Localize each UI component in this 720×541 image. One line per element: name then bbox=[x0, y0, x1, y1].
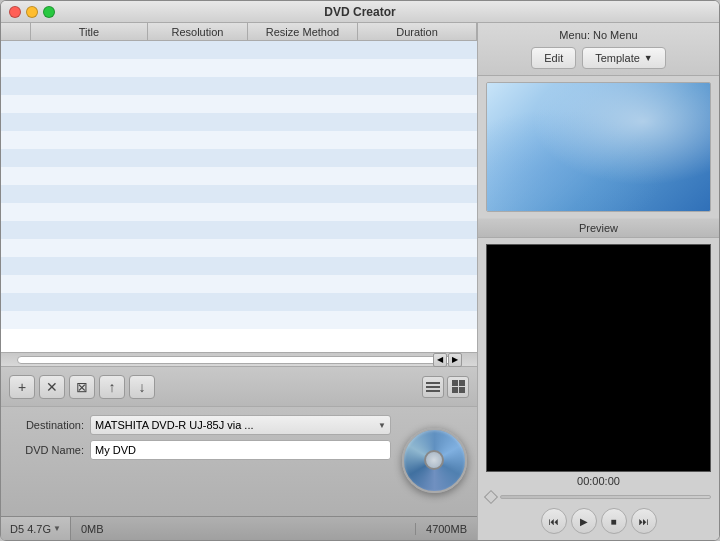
disc-spinner bbox=[399, 425, 469, 495]
rewind-icon: ⏮ bbox=[549, 516, 559, 527]
grid-view-button[interactable] bbox=[447, 376, 469, 398]
menu-section: Menu: No Menu Edit Template ▼ bbox=[478, 23, 719, 76]
view-controls bbox=[422, 376, 469, 398]
col-resize-method: Resize Method bbox=[248, 23, 358, 40]
col-duration: Duration bbox=[358, 23, 477, 40]
preview-time: 00:00:00 bbox=[478, 472, 719, 490]
destination-row: Destination: MATSHITA DVD-R UJ-85J via .… bbox=[9, 415, 391, 435]
total-space: 4700MB bbox=[415, 523, 477, 535]
template-label: Template bbox=[595, 52, 640, 64]
minimize-button[interactable] bbox=[26, 6, 38, 18]
remove-button[interactable]: ✕ bbox=[39, 375, 65, 399]
destination-arrow-icon: ▼ bbox=[378, 421, 386, 430]
table-row[interactable] bbox=[1, 113, 477, 131]
table-row[interactable] bbox=[1, 221, 477, 239]
right-panel: Menu: No Menu Edit Template ▼ Preview 00… bbox=[478, 23, 719, 540]
dvdname-input[interactable] bbox=[90, 440, 391, 460]
preview-video bbox=[486, 244, 711, 472]
bottom-fields: Destination: MATSHITA DVD-R UJ-85J via .… bbox=[9, 415, 391, 460]
list-view-button[interactable] bbox=[422, 376, 444, 398]
trash-button[interactable]: ⊠ bbox=[69, 375, 95, 399]
table-row[interactable] bbox=[1, 293, 477, 311]
col-resolution: Resolution bbox=[148, 23, 248, 40]
col-check bbox=[1, 23, 31, 40]
stop-button[interactable]: ■ bbox=[601, 508, 627, 534]
move-down-button[interactable]: ↓ bbox=[129, 375, 155, 399]
grid-view-icon bbox=[452, 380, 465, 393]
stop-icon: ■ bbox=[610, 516, 616, 527]
preview-title: Preview bbox=[478, 218, 719, 238]
table-row[interactable] bbox=[1, 59, 477, 77]
remove-icon: ✕ bbox=[46, 379, 58, 395]
left-panel: Title Resolution Resize Method Duration bbox=[1, 23, 478, 540]
playhead-icon[interactable] bbox=[484, 490, 498, 504]
table-header: Title Resolution Resize Method Duration bbox=[1, 23, 477, 41]
preview-slider bbox=[478, 490, 719, 504]
table-row[interactable] bbox=[1, 167, 477, 185]
template-arrow-icon: ▼ bbox=[644, 53, 653, 63]
disc-type-selector[interactable]: D5 4.7G ▼ bbox=[1, 517, 71, 540]
titlebar: DVD Creator bbox=[1, 1, 719, 23]
table-row[interactable] bbox=[1, 185, 477, 203]
destination-value: MATSHITA DVD-R UJ-85J via ... bbox=[95, 419, 254, 431]
table-row[interactable] bbox=[1, 95, 477, 113]
horizontal-scrollbar: ◀ ▶ bbox=[1, 352, 477, 366]
table-row[interactable] bbox=[1, 77, 477, 95]
menu-title: Menu: No Menu bbox=[486, 29, 711, 41]
scroll-left-button[interactable]: ◀ bbox=[433, 353, 447, 367]
dvdname-row: DVD Name: bbox=[9, 440, 391, 460]
table-row[interactable] bbox=[1, 275, 477, 293]
forward-button[interactable]: ⏭ bbox=[631, 508, 657, 534]
disc-icon bbox=[402, 428, 467, 493]
table-row[interactable] bbox=[1, 257, 477, 275]
close-button[interactable] bbox=[9, 6, 21, 18]
app-window: DVD Creator Title Resolution Resize Meth… bbox=[0, 0, 720, 541]
add-button[interactable]: + bbox=[9, 375, 35, 399]
disc-type-arrow-icon: ▼ bbox=[53, 524, 61, 533]
timeline-track[interactable] bbox=[500, 495, 711, 499]
preview-controls: ⏮ ▶ ■ ⏭ bbox=[478, 504, 719, 540]
table-row[interactable] bbox=[1, 203, 477, 221]
scroll-right-button[interactable]: ▶ bbox=[448, 353, 462, 367]
window-controls bbox=[9, 6, 55, 18]
play-icon: ▶ bbox=[580, 516, 588, 527]
rewind-button[interactable]: ⏮ bbox=[541, 508, 567, 534]
dvdname-label: DVD Name: bbox=[9, 444, 84, 456]
disc-type-value: D5 4.7G bbox=[10, 523, 51, 535]
toolbar: + ✕ ⊠ ↑ ↓ bbox=[1, 366, 477, 406]
menu-thumbnail-preview bbox=[487, 83, 710, 211]
edit-button[interactable]: Edit bbox=[531, 47, 576, 69]
col-title: Title bbox=[31, 23, 148, 40]
destination-label: Destination: bbox=[9, 419, 84, 431]
list-view-icon bbox=[426, 382, 440, 392]
table-row[interactable] bbox=[1, 239, 477, 257]
window-title: DVD Creator bbox=[324, 5, 395, 19]
scrollbar-track[interactable] bbox=[17, 356, 461, 364]
forward-icon: ⏭ bbox=[639, 516, 649, 527]
main-content: Title Resolution Resize Method Duration bbox=[1, 23, 719, 540]
table-row[interactable] bbox=[1, 131, 477, 149]
destination-select[interactable]: MATSHITA DVD-R UJ-85J via ... ▼ bbox=[90, 415, 391, 435]
template-button[interactable]: Template ▼ bbox=[582, 47, 666, 69]
maximize-button[interactable] bbox=[43, 6, 55, 18]
used-space: 0MB bbox=[71, 523, 114, 535]
menu-thumbnail bbox=[486, 82, 711, 212]
preview-section: Preview 00:00:00 ⏮ ▶ ■ bbox=[478, 218, 719, 540]
menu-buttons: Edit Template ▼ bbox=[486, 47, 711, 69]
status-bar: D5 4.7G ▼ 0MB 4700MB bbox=[1, 516, 477, 540]
move-up-button[interactable]: ↑ bbox=[99, 375, 125, 399]
table-body bbox=[1, 41, 477, 352]
table-row[interactable] bbox=[1, 149, 477, 167]
bottom-area: Destination: MATSHITA DVD-R UJ-85J via .… bbox=[1, 406, 477, 516]
table-row[interactable] bbox=[1, 311, 477, 329]
play-button[interactable]: ▶ bbox=[571, 508, 597, 534]
table-row[interactable] bbox=[1, 41, 477, 59]
trash-icon: ⊠ bbox=[76, 379, 88, 395]
